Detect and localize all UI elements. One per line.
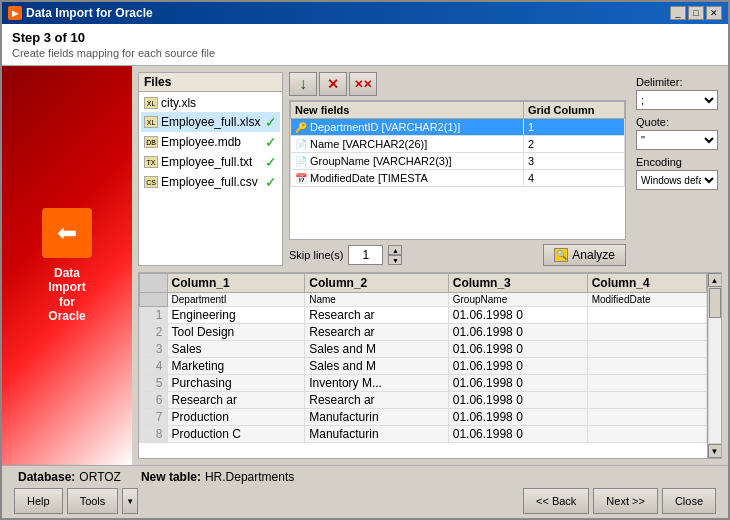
preview-scrollbar[interactable]: ▲ ▼	[707, 273, 721, 458]
mapping-row[interactable]: 📄 Name [VARCHAR2(26)] 2	[291, 136, 625, 153]
file-name: Employee_full.txt	[161, 155, 252, 169]
spin-up-button[interactable]: ▲	[388, 245, 402, 255]
preview-row: 1 Engineering Research ar 01.06.1998 0	[140, 307, 707, 324]
window-controls: _ □ ✕	[670, 6, 722, 20]
scroll-track	[709, 288, 721, 443]
file-icon: XL	[144, 116, 158, 128]
mapping-row[interactable]: 📄 GroupName [VARCHAR2(3)] 3	[291, 153, 625, 170]
quote-group: Quote: " ' None	[636, 116, 718, 150]
col-new-fields: New fields	[291, 102, 524, 119]
file-name: Employee_full.xlsx	[161, 115, 260, 129]
file-item-employee-full-xlsx[interactable]: XL Employee_full.xlsx ✓	[141, 112, 280, 132]
preview-row: 2 Tool Design Research ar 01.06.1998 0	[140, 324, 707, 341]
scroll-thumb[interactable]	[709, 288, 721, 318]
spin-down-button[interactable]: ▼	[388, 255, 402, 265]
delimiter-label: Delimiter:	[636, 76, 718, 88]
help-button[interactable]: Help	[14, 488, 63, 514]
bottom-buttons: Help Tools ▼ << Back Next >> Close	[10, 488, 720, 514]
preview-row: 4 Marketing Sales and M 01.06.1998 0	[140, 358, 707, 375]
config-panel: ↓ ✕ ✕✕	[289, 72, 626, 266]
col-grid-column: Grid Column	[523, 102, 624, 119]
left-sidebar: ⬅ Data Import for Oracle	[2, 66, 132, 465]
database-value: ORTOZ	[79, 470, 121, 484]
next-button[interactable]: Next >>	[593, 488, 658, 514]
preview-row: 7 Production Manufacturin 01.06.1998 0	[140, 409, 707, 426]
tools-button[interactable]: Tools	[67, 488, 119, 514]
back-button[interactable]: << Back	[523, 488, 589, 514]
files-panel: Files XL city.xls XL Employee_full.xlsx …	[138, 72, 283, 266]
add-field-button[interactable]: ↓	[289, 72, 317, 96]
minimize-button[interactable]: _	[670, 6, 686, 20]
file-icon: DB	[144, 136, 158, 148]
preview-table: Column_1 Column_2 Column_3 Column_4 Depa…	[139, 273, 707, 443]
title-bar: ▶ Data Import for Oracle _ □ ✕	[2, 2, 728, 24]
file-check-icon: ✓	[265, 174, 277, 190]
file-check-icon: ✓	[265, 134, 277, 150]
file-item-city[interactable]: XL city.xls	[141, 94, 280, 112]
quote-label: Quote:	[636, 116, 718, 128]
skip-lines-input[interactable]	[348, 245, 383, 265]
mapping-table: New fields Grid Column 🔑 DepartmentID [V…	[290, 101, 625, 187]
step-title: Step 3 of 10	[12, 30, 718, 45]
skip-lines-spinner: ▲ ▼	[388, 245, 402, 265]
close-button[interactable]: Close	[662, 488, 716, 514]
window-title: Data Import for Oracle	[26, 6, 153, 20]
encoding-label: Encoding	[636, 156, 718, 168]
quote-select[interactable]: " ' None	[636, 130, 718, 150]
delete-all-fields-button[interactable]: ✕✕	[349, 72, 377, 96]
import-icon: ⬅	[42, 208, 92, 258]
preview-row: 8 Production C Manufacturin 01.06.1998 0	[140, 426, 707, 443]
new-table-value: HR.Departments	[205, 470, 294, 484]
settings-panel: Delimiter: ; , | Tab Quote: "	[632, 72, 722, 266]
tools-dropdown-button[interactable]: ▼	[122, 488, 138, 514]
delimiter-select[interactable]: ; , | Tab	[636, 90, 718, 110]
app-icon: ▶	[8, 6, 22, 20]
file-item-employee-full-txt[interactable]: TX Employee_full.txt ✓	[141, 152, 280, 172]
file-name: Employee.mdb	[161, 135, 241, 149]
file-item-employee-mdb[interactable]: DB Employee.mdb ✓	[141, 132, 280, 152]
delimiter-group: Delimiter: ; , | Tab	[636, 76, 718, 110]
database-label: Database:	[18, 470, 75, 484]
field-icon: 📅	[295, 173, 307, 184]
delete-field-button[interactable]: ✕	[319, 72, 347, 96]
file-item-employee-full-csv[interactable]: CS Employee_full.csv ✓	[141, 172, 280, 192]
preview-row: 6 Research ar Research ar 01.06.1998 0	[140, 392, 707, 409]
scroll-up-button[interactable]: ▲	[708, 273, 722, 287]
field-icon: 📄	[295, 139, 307, 150]
maximize-button[interactable]: □	[688, 6, 704, 20]
nav-buttons: << Back Next >> Close	[523, 488, 716, 514]
file-check-icon: ✓	[265, 154, 277, 170]
preview-col-header-4: Column_4	[587, 274, 706, 293]
files-list: XL city.xls XL Employee_full.xlsx ✓ DB E…	[139, 92, 282, 194]
step-subtitle: Create fields mapping for each source fi…	[12, 47, 718, 59]
scroll-down-button[interactable]: ▼	[708, 444, 722, 458]
skip-section: Skip line(s) ▲ ▼	[289, 245, 402, 265]
preview-col-header-1: Column_1	[167, 274, 305, 293]
mapping-row[interactable]: 📅 ModifiedDate [TIMESTA 4	[291, 170, 625, 187]
mapping-toolbar: ↓ ✕ ✕✕	[289, 72, 626, 96]
preview-row: 5 Purchasing Inventory M... 01.06.1998 0	[140, 375, 707, 392]
encoding-select[interactable]: Windows default UTF-8 ASCII	[636, 170, 718, 190]
analyze-icon: 🔍	[554, 248, 568, 262]
main-window: ▶ Data Import for Oracle _ □ ✕ Step 3 of…	[0, 0, 730, 520]
preview-table-container[interactable]: Column_1 Column_2 Column_3 Column_4 Depa…	[139, 273, 707, 458]
mapping-row[interactable]: 🔑 DepartmentID [VARCHAR2(1)] 1	[291, 119, 625, 136]
new-table-label: New table:	[141, 470, 201, 484]
skip-label: Skip line(s)	[289, 249, 343, 261]
file-name: Employee_full.csv	[161, 175, 258, 189]
field-icon: 📄	[295, 156, 307, 167]
file-icon: XL	[144, 97, 158, 109]
step-header: Step 3 of 10 Create fields mapping for e…	[2, 24, 728, 66]
files-header: Files	[139, 73, 282, 92]
bottom-section: Database: ORTOZ New table: HR.Department…	[2, 465, 728, 518]
logo-text: Data Import for Oracle	[42, 266, 92, 324]
close-window-button[interactable]: ✕	[706, 6, 722, 20]
skip-analyze-row: Skip line(s) ▲ ▼ 🔍 Analyze	[289, 244, 626, 266]
file-icon: CS	[144, 176, 158, 188]
file-check-icon: ✓	[265, 114, 277, 130]
sidebar-logo: ⬅ Data Import for Oracle	[42, 208, 92, 324]
preview-row: 3 Sales Sales and M 01.06.1998 0	[140, 341, 707, 358]
file-name: city.xls	[161, 96, 196, 110]
encoding-group: Encoding Windows default UTF-8 ASCII	[636, 156, 718, 190]
analyze-button[interactable]: 🔍 Analyze	[543, 244, 626, 266]
